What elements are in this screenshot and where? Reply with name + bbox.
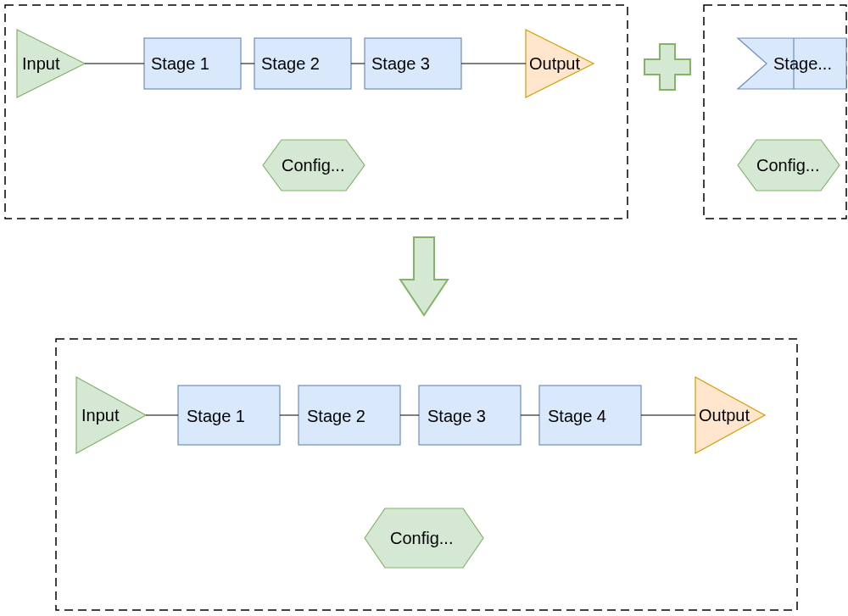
config-label: Config... [390, 529, 453, 547]
stage-2-bottom[interactable]: Stage 2 [298, 386, 400, 445]
output-node-top[interactable]: Output [526, 30, 594, 97]
plus-icon [644, 44, 690, 90]
stage-1-top[interactable]: Stage 1 [144, 38, 241, 89]
input-label: Input [81, 406, 120, 425]
input-node-bottom[interactable]: Input [76, 377, 146, 453]
stage-label: Stage 4 [548, 407, 606, 425]
output-label: Output [699, 406, 750, 425]
stage-3-top[interactable]: Stage 3 [365, 38, 461, 89]
config-label: Config... [756, 156, 819, 175]
config-node-bottom[interactable]: Config... [365, 508, 483, 568]
stage-label: Stage... [773, 54, 832, 73]
config-label: Config... [282, 156, 344, 175]
config-node-topright[interactable]: Config... [738, 140, 840, 191]
config-node-topleft[interactable]: Config... [263, 140, 365, 191]
stage-1-bottom[interactable]: Stage 1 [178, 386, 280, 445]
stage-label: Stage 2 [307, 407, 365, 425]
diagram-canvas: Input Stage 1 Stage 2 Stage 3 Output Con… [0, 0, 848, 616]
stage-4-bottom[interactable]: Stage 4 [539, 386, 641, 445]
stage-label: Stage 3 [371, 54, 430, 73]
stage-label: Stage 1 [187, 407, 245, 425]
stage-label: Stage 3 [427, 407, 486, 425]
input-label: Input [22, 54, 60, 73]
stage-3-bottom[interactable]: Stage 3 [419, 386, 521, 445]
output-label: Output [529, 54, 580, 73]
pipeline-box-bottom [56, 339, 797, 610]
output-node-bottom[interactable]: Output [695, 377, 765, 453]
stage-2-top[interactable]: Stage 2 [254, 38, 351, 89]
stage-label: Stage 2 [261, 54, 320, 73]
stage-label: Stage 1 [151, 54, 209, 73]
down-arrow-icon [400, 237, 448, 315]
input-node-top[interactable]: Input [17, 30, 85, 97]
stage-extra[interactable]: Stage... [738, 38, 846, 89]
